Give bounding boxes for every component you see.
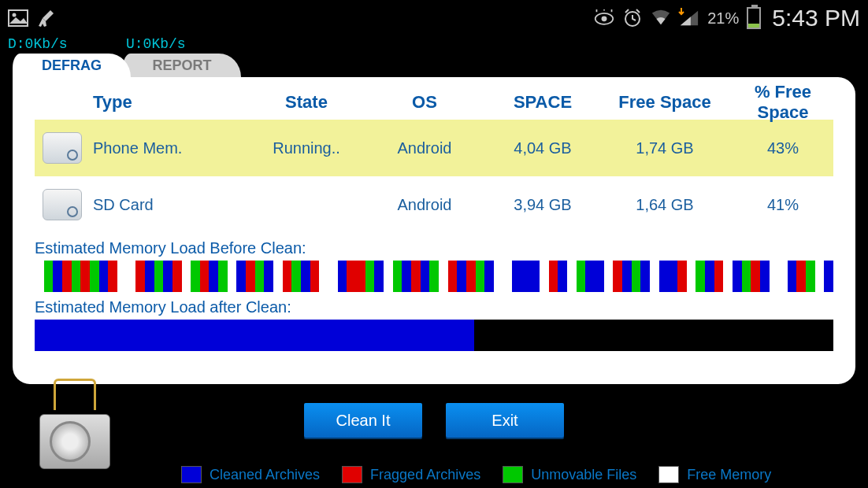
- eye-icon: [594, 8, 614, 28]
- cell-free: 1,74 GB: [602, 139, 728, 157]
- drive-icon: [43, 189, 82, 220]
- memload-after-label: Estimated Memory Load after Clean:: [35, 298, 833, 316]
- legend-unmovable: Unmovable Files: [503, 466, 636, 483]
- header-state: State: [247, 92, 365, 113]
- download-speed: D:0Kb/s: [8, 36, 68, 52]
- image-icon: [8, 8, 28, 28]
- swatch-white: [658, 466, 679, 483]
- tabs: REPORT DEFRAG: [13, 50, 868, 77]
- signal-icon: [679, 8, 699, 28]
- swatch-green: [503, 466, 523, 483]
- header-pct-free: % Free Space: [728, 82, 838, 123]
- header-type: Type: [90, 92, 247, 113]
- cell-os: Android: [365, 139, 484, 157]
- legend-free: Free Memory: [658, 466, 771, 483]
- header-os: OS: [365, 92, 484, 113]
- header-free-space: Free Space: [602, 92, 728, 113]
- cell-space: 3,94 GB: [484, 196, 602, 214]
- swatch-blue: [181, 466, 202, 483]
- legend-unmovable-label: Unmovable Files: [531, 467, 636, 483]
- tab-defrag[interactable]: DEFRAG: [13, 54, 131, 77]
- defrag-app-icon: [32, 394, 118, 469]
- svg-point-3: [602, 16, 607, 21]
- cell-pctfree: 41%: [728, 196, 838, 214]
- clean-it-button[interactable]: Clean It: [304, 403, 422, 438]
- memload-before-label: Estimated Memory Load Before Clean:: [35, 239, 833, 257]
- cell-type: SD Card: [90, 196, 247, 214]
- cell-free: 1,64 GB: [602, 196, 728, 214]
- broom-icon: [36, 8, 57, 28]
- wifi-icon: [651, 8, 671, 28]
- legend-cleaned-label: Cleaned Archives: [210, 467, 320, 483]
- cell-state: Running..: [247, 139, 365, 157]
- header-space: SPACE: [484, 92, 602, 113]
- legend-fragged-label: Fragged Archives: [370, 467, 480, 483]
- legend: Cleaned Archives Fragged Archives Unmova…: [181, 466, 860, 483]
- table-row[interactable]: SD Card Android 3,94 GB 1,64 GB 41%: [35, 176, 833, 233]
- alarm-icon: [622, 8, 643, 28]
- cell-space: 4,04 GB: [484, 139, 602, 157]
- cell-type: Phone Mem.: [90, 139, 247, 157]
- status-clock: 5:43 PM: [772, 5, 860, 31]
- swatch-red: [342, 466, 362, 483]
- legend-free-label: Free Memory: [687, 467, 771, 483]
- table-row[interactable]: Phone Mem. Running.. Android 4,04 GB 1,7…: [35, 120, 833, 176]
- cell-pctfree: 43%: [728, 139, 838, 157]
- upload-speed: U:0Kb/s: [126, 36, 186, 52]
- legend-fragged: Fragged Archives: [342, 466, 480, 483]
- svg-point-1: [13, 13, 17, 17]
- battery-percentage: 21%: [707, 9, 739, 28]
- drive-table: Type State OS SPACE Free Space % Free Sp…: [35, 82, 833, 233]
- exit-button[interactable]: Exit: [446, 403, 564, 438]
- drive-icon: [43, 132, 82, 164]
- bottom-bar: Clean It Exit Cleaned Archives Fragged A…: [0, 387, 868, 488]
- table-header-row: Type State OS SPACE Free Space % Free Sp…: [35, 82, 833, 120]
- tab-report[interactable]: REPORT: [123, 54, 241, 77]
- main-panel: Type State OS SPACE Free Space % Free Sp…: [13, 77, 855, 384]
- cell-os: Android: [365, 196, 484, 214]
- memload-after-bar: [35, 320, 833, 351]
- battery-icon: [747, 7, 761, 29]
- legend-cleaned: Cleaned Archives: [181, 466, 320, 483]
- memload-before-bar: [35, 261, 833, 292]
- speed-row: D:0Kb/s U:0Kb/s: [0, 36, 868, 50]
- status-bar: 21% 5:43 PM: [0, 0, 868, 36]
